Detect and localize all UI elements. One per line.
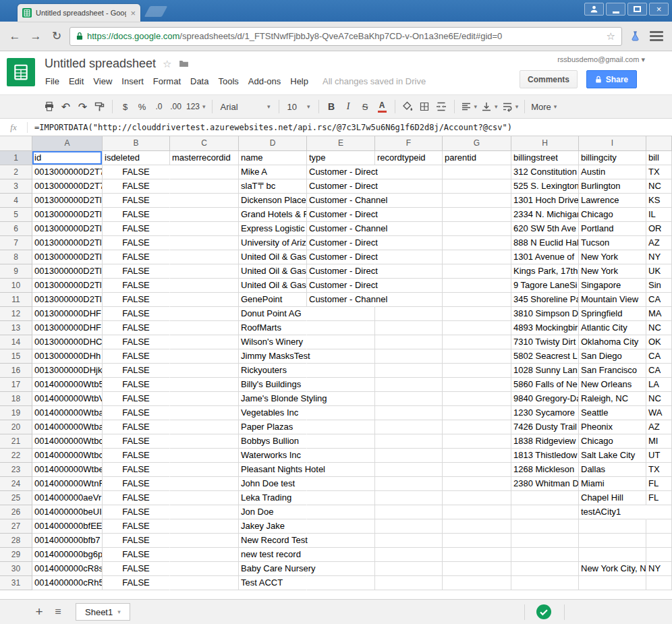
- row-header-18[interactable]: 18: [0, 392, 32, 406]
- print-button[interactable]: [40, 98, 57, 115]
- minimize-button[interactable]: [606, 3, 625, 16]
- cell-A3[interactable]: 0013000000D2T7: [32, 179, 103, 194]
- cell-I2[interactable]: Austin: [579, 165, 646, 179]
- cell-C18[interactable]: [170, 392, 239, 406]
- cell-J22[interactable]: UT: [646, 449, 672, 463]
- cell-C29[interactable]: [170, 548, 239, 562]
- menu-view[interactable]: View: [88, 76, 117, 86]
- menu-help[interactable]: Help: [285, 76, 313, 86]
- row-header-21[interactable]: 21: [0, 434, 32, 449]
- cell-E25[interactable]: [307, 491, 375, 505]
- cell-A13[interactable]: 0013000000DHF: [32, 321, 103, 335]
- cell-I21[interactable]: Chicago: [579, 434, 646, 449]
- cell-I29[interactable]: [579, 548, 646, 562]
- cell-A30[interactable]: 0014000000cR8s: [32, 562, 103, 576]
- cell-G30[interactable]: [443, 562, 511, 576]
- cell-G9[interactable]: [443, 264, 511, 279]
- cell-H8[interactable]: 1301 Avenue of: [511, 250, 579, 264]
- cell-J4[interactable]: KS: [646, 194, 672, 208]
- cell-B31[interactable]: FALSE: [103, 576, 170, 590]
- cell-G23[interactable]: [443, 463, 511, 477]
- cell-F1[interactable]: recordtypeid: [375, 151, 443, 165]
- cell-A15[interactable]: 0013000000DHh: [32, 349, 103, 364]
- cell-D12[interactable]: Donut Point AG: [239, 307, 307, 321]
- cell-D20[interactable]: Paper Plazas: [239, 420, 307, 434]
- column-header-I[interactable]: I: [579, 136, 646, 151]
- cell-A26[interactable]: 0014000000beUI: [32, 505, 103, 519]
- new-tab-button[interactable]: [144, 6, 168, 17]
- cell-A17[interactable]: 0014000000Wtb5: [32, 378, 103, 392]
- cell-D2[interactable]: Mike A: [239, 165, 307, 179]
- cell-B9[interactable]: FALSE: [103, 264, 170, 279]
- paint-format-button[interactable]: [91, 98, 108, 115]
- cell-G14[interactable]: [443, 335, 511, 349]
- cell-C12[interactable]: [170, 307, 239, 321]
- cell-C8[interactable]: [170, 250, 239, 264]
- cell-G27[interactable]: [443, 519, 511, 534]
- cell-A6[interactable]: 0013000000D2Tl: [32, 222, 103, 236]
- cell-J12[interactable]: MA: [646, 307, 672, 321]
- column-header-G[interactable]: G: [443, 136, 511, 151]
- cell-B30[interactable]: FALSE: [103, 562, 170, 576]
- row-header-14[interactable]: 14: [0, 335, 32, 349]
- cell-A31[interactable]: 0014000000cRh5: [32, 576, 103, 590]
- cell-G20[interactable]: [443, 420, 511, 434]
- cell-I23[interactable]: Dallas: [579, 463, 646, 477]
- account-menu[interactable]: rssbusdemo@gmail.com ▾: [557, 55, 645, 64]
- cell-H19[interactable]: 1230 Sycamore: [511, 406, 579, 420]
- cell-E23[interactable]: [307, 463, 375, 477]
- cell-G5[interactable]: [443, 208, 511, 222]
- cell-D13[interactable]: RoofMarts: [239, 321, 307, 335]
- cell-I20[interactable]: Pheonix: [579, 420, 646, 434]
- font-family-select[interactable]: Arial▾: [217, 98, 275, 115]
- cell-E20[interactable]: [307, 420, 375, 434]
- text-wrap-button[interactable]: ▾: [500, 98, 521, 115]
- cell-J10[interactable]: Sin: [646, 279, 672, 293]
- cell-D1[interactable]: name: [239, 151, 307, 165]
- cell-G21[interactable]: [443, 434, 511, 449]
- cell-G16[interactable]: [443, 364, 511, 378]
- cell-G28[interactable]: [443, 534, 511, 548]
- cell-G12[interactable]: [443, 307, 511, 321]
- cell-B13[interactable]: FALSE: [103, 321, 170, 335]
- cell-D9[interactable]: United Oil & Gas: [239, 264, 307, 279]
- row-header-31[interactable]: 31: [0, 576, 32, 590]
- cell-A18[interactable]: 0014000000WtbV: [32, 392, 103, 406]
- chrome-menu-icon[interactable]: [648, 29, 665, 44]
- cell-E30[interactable]: [307, 562, 375, 576]
- row-header-25[interactable]: 25: [0, 491, 32, 505]
- cell-F24[interactable]: [375, 477, 443, 491]
- row-header-6[interactable]: 6: [0, 222, 32, 236]
- cell-H15[interactable]: 5802 Seacrest L: [511, 349, 579, 364]
- cell-J14[interactable]: OK: [646, 335, 672, 349]
- cell-J9[interactable]: UK: [646, 264, 672, 279]
- cell-J20[interactable]: AZ: [646, 420, 672, 434]
- cell-H31[interactable]: [511, 576, 579, 590]
- profile-button[interactable]: [584, 3, 604, 16]
- cell-I8[interactable]: New York: [579, 250, 646, 264]
- cell-I26[interactable]: testACity1: [579, 505, 646, 519]
- cell-G10[interactable]: [443, 279, 511, 293]
- cell-E4[interactable]: Customer - Channel: [307, 194, 375, 208]
- cell-A12[interactable]: 0013000000DHF: [32, 307, 103, 321]
- redo-button[interactable]: ↷: [74, 98, 91, 115]
- cell-G7[interactable]: [443, 236, 511, 250]
- cell-A27[interactable]: 0014000000bfEE: [32, 519, 103, 534]
- cell-I17[interactable]: New Orleans: [579, 378, 646, 392]
- cell-J26[interactable]: [646, 505, 672, 519]
- cell-E24[interactable]: [307, 477, 375, 491]
- cell-H29[interactable]: [511, 548, 579, 562]
- row-header-22[interactable]: 22: [0, 449, 32, 463]
- cell-H13[interactable]: 4893 Mockingbir: [511, 321, 579, 335]
- percent-format-button[interactable]: %: [134, 98, 150, 115]
- row-header-5[interactable]: 5: [0, 208, 32, 222]
- cell-A10[interactable]: 0013000000D2Tl: [32, 279, 103, 293]
- cell-C19[interactable]: [170, 406, 239, 420]
- cell-J23[interactable]: TX: [646, 463, 672, 477]
- cell-D5[interactable]: Grand Hotels & F: [239, 208, 307, 222]
- extension-flask-icon[interactable]: [627, 31, 643, 41]
- cell-F11[interactable]: [375, 293, 443, 307]
- cell-J18[interactable]: NC: [646, 392, 672, 406]
- cell-B23[interactable]: FALSE: [103, 463, 170, 477]
- sheet-tab-sheet1[interactable]: Sheet1 ▾: [76, 603, 130, 621]
